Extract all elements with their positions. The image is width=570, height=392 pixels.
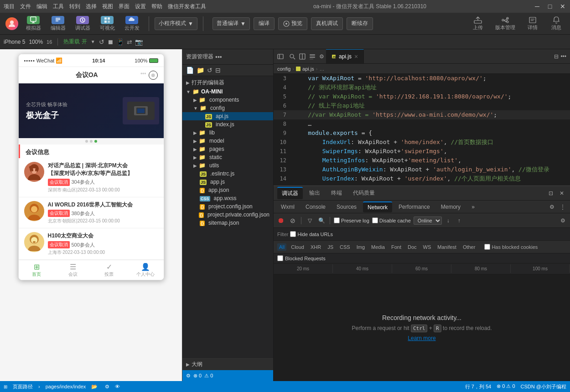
new-file-icon[interactable]: 📄 [186,67,194,74]
has-blocked-cookies-input[interactable] [484,244,490,250]
visual-btn[interactable]: 可视化 [96,14,119,33]
file-item-sitemap_json[interactable]: {}sitemap.json [182,219,273,227]
file-item-pages[interactable]: ▶📁pages [182,145,273,153]
file-item-static[interactable]: ▶📁static [182,153,273,161]
nav-menu-icon[interactable]: ••• [140,71,146,80]
throttle-download-icon[interactable]: ↓ [444,216,453,225]
subtab-network[interactable]: Network [363,201,392,212]
tab-list-icon[interactable] [307,49,317,63]
status-eye-icon[interactable]: 👁 [115,384,120,389]
menu-item-select[interactable]: 选择 [86,3,97,10]
file-item-components[interactable]: ▶📁components [182,96,273,104]
hide-data-urls-checkbox[interactable]: Hide data URLs [290,231,333,237]
editor-btn[interactable]: 编辑器 [47,14,69,33]
devtool-tab-output[interactable]: 输出 [305,187,325,199]
file-item-app_json[interactable]: {}app.json [182,186,273,194]
file-item-project_config.json[interactable]: {}project.config.json [182,202,273,211]
editor-more-icon[interactable]: ••• [560,53,566,60]
tab-home[interactable]: ⊞ 首页 [19,260,55,280]
settings-gear-icon[interactable]: ⚙ [558,216,567,225]
learn-more-link[interactable]: Learn more [408,335,435,341]
devtool-tab-terminal[interactable]: 终端 [326,187,347,199]
file-item-utils[interactable]: ▶📁utils [182,161,273,170]
reload-icon[interactable]: ↺ [99,38,104,46]
devtools-maximize-icon[interactable]: ⊡ [546,189,555,198]
detail-button[interactable]: 详情 [523,14,543,33]
tab-vote[interactable]: ✓ 投票 [91,260,128,280]
hot-reload-label[interactable]: 热重载 开 [63,38,87,46]
file-item-config[interactable]: ▼📁config [182,104,273,112]
file-item-model[interactable]: ▶📁model [182,137,273,145]
subtab-wxml[interactable]: Wxml [276,202,299,212]
project-root[interactable]: ▼ 📁 OA-MINI [182,88,273,96]
breadcrumb-file[interactable]: api.js [302,66,314,72]
filter-tab-xhr[interactable]: XHR [309,243,323,251]
refresh-explorer-icon[interactable]: ↺ [207,67,212,74]
sidebar-toggle-icon[interactable] [274,49,287,63]
menu-item-wechat[interactable]: 微信开发者工具 [168,3,206,10]
phone-icon[interactable]: 📱 [116,38,124,46]
realtest-button[interactable]: 真机调试 [311,17,343,30]
status-settings-icon[interactable]: ⚙ [105,384,109,390]
avatar-button[interactable] [4,16,20,31]
devtool-tab-debugger[interactable]: 调试器 [277,187,303,199]
hot-reload-chevron[interactable]: ▼ [91,39,95,44]
throttle-upload-icon[interactable]: ↑ [455,216,464,225]
file-item-app_js[interactable]: JSapp.js [182,178,273,186]
disable-cache-input[interactable] [372,217,378,223]
menu-item-help[interactable]: 帮助 [151,3,162,10]
tab-meeting[interactable]: ☰ 会议 [55,260,91,280]
explorer-more-icon[interactable]: ••• [215,53,222,61]
file-item-api_js[interactable]: JSapi.js [182,112,273,120]
file-item-index_js[interactable]: JSindex.js [182,120,273,129]
blocked-requests-input[interactable] [277,255,283,261]
notification-button[interactable]: 消息 [546,14,566,33]
window-controls[interactable]: ─ □ ✕ [534,3,566,10]
debugger-btn[interactable]: 调试器 [71,14,94,33]
devtool-tab-quality[interactable]: 代码质量 [348,187,379,199]
menu-item-ui[interactable]: 界面 [119,3,130,10]
simulator-btn[interactable]: 模拟器 [22,14,45,33]
cloud-btn[interactable]: 云开发 [120,14,143,33]
breadcrumb-config[interactable]: config [277,66,290,72]
outline-header[interactable]: ▶ 大纲 [182,358,273,370]
menu-item-edit[interactable]: 编辑 [36,3,47,10]
meeting-item-1[interactable]: AI WORLD 2016世界人工智能大会 会议取消 380参会人 北京市·朝阳… [19,197,164,229]
has-blocked-cookies-checkbox[interactable]: Has blocked cookies [484,244,538,250]
hide-data-urls-input[interactable] [290,231,296,237]
nav-record-icon[interactable]: ⏺ [149,71,158,80]
menu-item-goto[interactable]: 转到 [69,3,80,10]
file-item-app_wxss[interactable]: CSSapp.wxss [182,194,273,202]
close-button[interactable]: ✕ [559,3,566,10]
filter-tab-all[interactable]: All [277,243,286,251]
filter-tab-other[interactable]: Other [461,243,477,251]
search-files-icon[interactable] [287,49,297,63]
autosave-button[interactable]: 断续存 [347,17,373,30]
breadcrumb-more[interactable]: … [319,66,324,72]
menu-item-file[interactable]: 文件 [20,3,31,10]
subtab-sources[interactable]: Sources [332,202,361,212]
filter-tab-media[interactable]: Media [369,243,387,251]
compile-selector[interactable]: 普通编译 ▼ [212,17,250,30]
stop-icon[interactable]: ⏹ [107,38,114,46]
api-js-tab[interactable]: JS api.js × [326,49,364,63]
file-item-project_private.config.json[interactable]: {}project.private.config.json [182,211,273,219]
filter-tab-img[interactable]: Img [355,243,367,251]
devtools-options-icon[interactable]: ⋮ [558,202,567,211]
compile-button[interactable]: 编译 [254,17,275,30]
meeting-item-0[interactable]: 对话产品总监 | 深圳·北京PM大会【深度对话小米/京东/等产品总监】 会议取消… [19,158,164,197]
upload-button[interactable]: 上传 [468,14,488,33]
disable-cache-checkbox[interactable]: Disable cache [372,217,411,223]
maximize-button[interactable]: □ [546,3,554,10]
editor-code[interactable]: 3 var WxApiRoot = 'http://localhost:8080… [274,74,570,186]
menu-item-tools[interactable]: 工具 [53,3,64,10]
new-folder-icon[interactable]: 📁 [197,67,204,74]
menu-item-view[interactable]: 视图 [102,3,113,10]
filter-toggle-icon[interactable]: ▽ [305,216,314,225]
mode-selector[interactable]: 小程序模式 ▼ [155,17,197,30]
file-item-_eslintrc.js[interactable]: JS.eslintrc.js [182,170,273,178]
preview-button[interactable]: 预览 [278,17,307,30]
collapse-all-icon[interactable]: ⊟ [215,67,221,74]
filter-tab-js[interactable]: JS [326,243,335,251]
preserve-log-input[interactable] [334,217,340,223]
